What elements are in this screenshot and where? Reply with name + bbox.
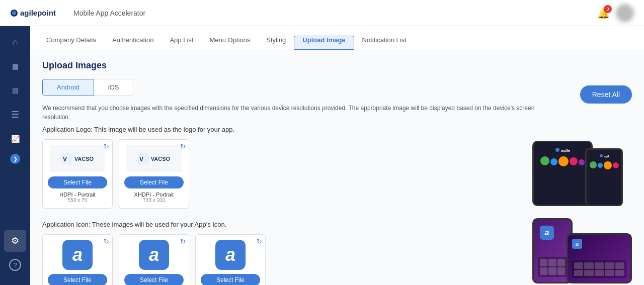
sidebar-toggle[interactable]: ❯ [10,154,20,164]
app-header: agilepoint Mobile App Accelerator 🔔 0 [0,0,644,26]
refresh-icon-xhdpi[interactable]: ↻ [180,143,186,150]
app-title: Mobile App Accelerator [73,9,145,17]
refresh-icon-xhdpi-icon[interactable]: ↻ [257,238,262,245]
sidebar: ⌂ ▦ ▤ ☰ 📈 ❯ ⚙ ? [0,26,30,285]
logo-card-hdpi: ↻ V VACSO Select File [42,139,113,209]
sidebar-item-list[interactable]: ☰ [4,104,26,126]
refresh-icon-hdpi-icon[interactable]: ↻ [104,238,109,245]
tab-menu-options[interactable]: Menu Options [201,36,258,50]
header-right: 🔔 0 [597,4,634,22]
list-icon: ☰ [11,109,19,120]
logo-preview-hdpi: V VACSO [50,145,105,172]
phone-bubbles [590,161,619,169]
user-avatar[interactable] [616,4,634,22]
tab-authentication[interactable]: Authentication [104,36,162,50]
refresh-icon-xxhdpi-icon[interactable]: ↻ [180,238,186,245]
notification-badge: 0 [604,5,612,13]
logo-section-label: Application Logo: This image will be use… [42,126,524,133]
sidebar-item-analytics[interactable]: 📈 [4,128,26,150]
logo-phone-preview: agilepoint [585,148,623,206]
vacso-logo-xhdpi: V VACSO [138,153,170,164]
grid-icon: ▦ [12,62,19,70]
main-content: Company Details Authentication App List … [30,26,644,285]
logo-device-preview: agilepoint [532,141,632,206]
apps-icon: ▤ [12,86,19,94]
logo-cards-row: ↻ V VACSO Select File [42,139,524,209]
app-icon-preview-hdpi: a [62,240,93,270]
reset-all-button[interactable]: Reset All [580,85,632,104]
svg-text:V: V [139,156,143,163]
phone-logo-svg: agilepoint [599,154,609,158]
svg-point-7 [555,148,559,152]
sub-tab-bar: Android iOS [42,79,632,96]
svg-text:agilepoint: agilepoint [561,148,570,152]
bell-button[interactable]: 🔔 0 [597,7,610,19]
card-dims-hdpi-logo: 550 x 75 [68,198,87,203]
app-icon-preview-xxhdpi: a [139,240,169,270]
home-icon: ⌂ [13,37,18,48]
sidebar-item-help[interactable]: ? [4,254,26,276]
main-layout: ⌂ ▦ ▤ ☰ 📈 ❯ ⚙ ? Company Details [0,26,644,285]
app-icon-preview-xhdpi: a [215,240,246,270]
card-label-xhdpi-logo: XHDPI - Portrait [134,192,174,198]
card-dims-xhdpi-logo: 733 x 100 [143,198,165,203]
tab-company-details[interactable]: Company Details [38,36,104,50]
sub-tab-ios[interactable]: iOS [94,79,134,96]
logo-tablet-preview: agilepoint [532,141,593,206]
vacso-icon-hdpi: V [61,153,72,164]
vacso-icon-xhdpi: V [138,153,149,164]
logo-card-xhdpi: ↻ V VACSO Select File [119,139,189,209]
svg-point-1 [12,11,16,15]
phone-app-grid [538,257,567,277]
sub-tab-android[interactable]: Android [42,79,94,96]
agilepoint-logo-svg: agilepoint [10,6,65,20]
card-label-hdpi-logo: HDPI - Portrait [59,192,96,198]
sidebar-item-settings[interactable]: ⚙ [4,230,26,252]
select-file-button-hdpi-logo[interactable]: Select File [48,176,107,188]
select-file-button-hdpi-icon[interactable]: Select File [48,274,107,285]
chevron-right-icon: ❯ [13,156,18,162]
sidebar-item-dashboard[interactable]: ▦ [4,55,26,77]
sidebar-item-apps[interactable]: ▤ [4,79,26,102]
content-area: Reset All Upload Images Android iOS We r… [30,50,644,285]
icon-on-tablet: a [572,239,582,249]
settings-icon: ⚙ [11,235,19,246]
select-file-button-xhdpi-logo[interactable]: Select File [124,176,184,188]
header-left: agilepoint Mobile App Accelerator [10,6,145,20]
refresh-icon-hdpi[interactable]: ↻ [104,143,109,150]
icon-card-xxhdpi: ↻ a Select File XXHDPI - Portrait [119,234,189,285]
svg-text:agilepoint: agilepoint [604,155,609,158]
logo: agilepoint [10,6,65,20]
tab-bar: Company Details Authentication App List … [30,26,644,50]
svg-point-9 [600,154,603,157]
tab-styling[interactable]: Styling [258,36,294,50]
preview-panel: agilepoint [532,126,632,283]
icon-card-xhdpi: ↻ a Select File XHPI - Portrait [195,234,266,285]
tablet-logo-svg: agilepoint [555,147,570,152]
upload-section: Application Logo: This image will be use… [42,126,524,285]
tab-app-list[interactable]: App List [162,36,201,50]
svg-text:V: V [63,156,67,163]
icon-cards-row: ↻ a Select File HDPI - Portrait ↻ a [42,234,524,285]
tab-notification-list[interactable]: Notification List [354,36,415,50]
icon-card-hdpi: ↻ a Select File HDPI - Portrait [42,234,113,285]
page-title: Upload Images [42,60,632,71]
recommendation-text: We recommend that you choose images with… [42,104,545,122]
vacso-logo-hdpi: V VACSO [61,153,94,164]
icon-on-phone: a [540,226,554,240]
icon-device-preview: a a [532,218,632,283]
icon-tablet-preview: a [567,233,632,283]
select-file-button-xxhdpi-icon[interactable]: Select File [124,274,184,285]
tablet-app-grid [572,260,626,278]
tab-upload-image[interactable]: Upload Image [294,36,354,50]
help-icon: ? [9,259,21,271]
svg-text:agilepoint: agilepoint [20,9,56,17]
logo-preview-xhdpi: V VACSO [126,145,182,172]
select-file-button-xhdpi-icon[interactable]: Select File [201,274,260,285]
icon-section-label: Application Icon: These images will be u… [42,221,524,228]
chart-icon: 📈 [11,135,20,143]
sidebar-item-home[interactable]: ⌂ [4,31,26,53]
tablet-bubbles [540,156,585,166]
